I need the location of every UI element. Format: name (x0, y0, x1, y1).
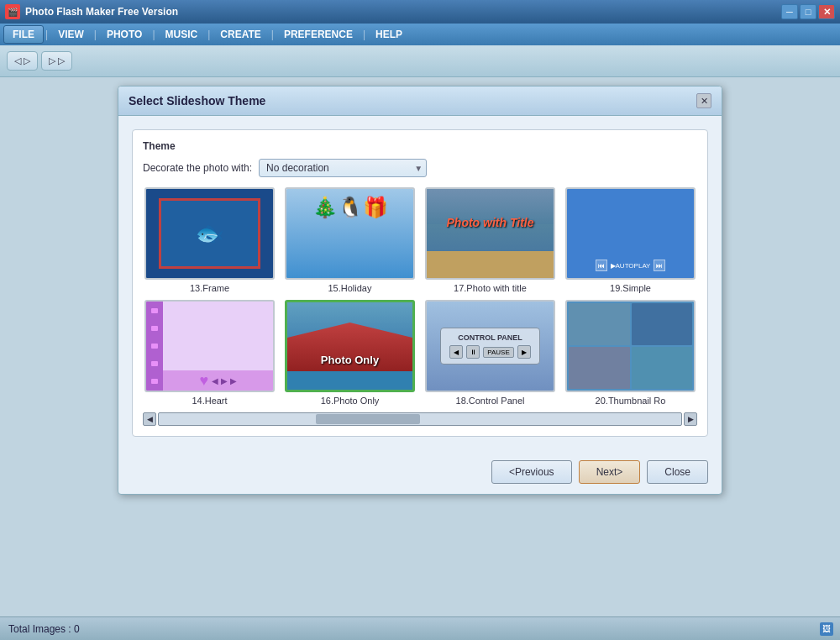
toolbar-btn-1[interactable]: ◁ ▷ (7, 51, 38, 71)
menu-create[interactable]: Create (212, 26, 269, 43)
theme-13-item[interactable]: 🐟 13.Frame (143, 187, 276, 293)
window-controls: ─ □ ✕ (781, 4, 835, 19)
theme-20-label: 20.Thumbnail Ro (596, 396, 666, 406)
theme-16-item[interactable]: Photo Only 16.Photo Only (283, 300, 417, 406)
theme-16-label: 16.Photo Only (321, 396, 380, 406)
decorate-label: Decorate the photo with: (143, 162, 252, 174)
next-button[interactable]: Next> (579, 460, 641, 484)
main-content: Select Slideshow Theme ✕ Theme Decorate … (0, 77, 840, 616)
theme-19-item[interactable]: ⏮ ▶AUTOPLAY ⏭ 19.Simple (564, 187, 697, 293)
theme-15-label: 15.Holiday (328, 283, 372, 293)
status-icon: 🖼 (820, 622, 833, 636)
scroll-thumb[interactable] (316, 414, 420, 424)
theme-18-thumbnail: CONTROL PANEL ◀ ⏸ PAUSE ▶ (425, 300, 555, 392)
theme-15-thumbnail: 🎄🐧🎁 (285, 187, 415, 280)
theme-15-item[interactable]: 🎄🐧🎁 15.Holiday (283, 187, 417, 293)
close-window-button[interactable]: ✕ (818, 4, 835, 19)
select-theme-dialog: Select Slideshow Theme ✕ Theme Decorate … (118, 86, 722, 495)
theme-20-thumbnail (565, 300, 696, 392)
theme-19-label: 19.Simple (610, 283, 651, 293)
close-dialog-button[interactable]: Close (647, 460, 708, 484)
scroll-left-button[interactable]: ◀ (143, 412, 156, 426)
theme-19-thumbnail: ⏮ ▶AUTOPLAY ⏭ (565, 187, 696, 280)
decoration-dropdown[interactable]: No decoration ▼ (259, 159, 427, 177)
dialog-footer: <Previous Next> Close (118, 450, 722, 494)
theme-16-thumbnail: Photo Only (285, 300, 415, 392)
app-title: Photo Flash Maker Free Version (25, 6, 781, 18)
theme-14-item[interactable]: ♥ ◀ ▶ ▶ 14.Heart (143, 300, 276, 406)
theme-17-thumbnail: Photo with Title (425, 187, 555, 280)
theme-18-item[interactable]: CONTROL PANEL ◀ ⏸ PAUSE ▶ (423, 300, 557, 406)
menu-help[interactable]: Help (367, 26, 411, 43)
status-bar: Total Images : 0 🖼 (0, 616, 840, 640)
toolbar: ◁ ▷ ▷ ▷ (0, 45, 840, 77)
menu-file[interactable]: File (3, 25, 44, 44)
app-icon: 🎬 (5, 4, 20, 19)
theme-section-label: Theme (143, 140, 697, 152)
dropdown-arrow-icon: ▼ (414, 164, 423, 173)
theme-20-item[interactable]: 20.Thumbnail Ro (564, 300, 697, 406)
dialog-content: Theme Decorate the photo with: No decora… (118, 116, 722, 450)
dialog-title: Select Slideshow Theme (129, 94, 265, 108)
theme-17-label: 17.Photo with title (454, 283, 527, 293)
maximize-button[interactable]: □ (800, 4, 816, 19)
theme-13-thumbnail: 🐟 (144, 187, 275, 280)
theme-14-thumbnail: ♥ ◀ ▶ ▶ (144, 300, 275, 392)
menu-music[interactable]: Music (157, 26, 207, 43)
minimize-button[interactable]: ─ (781, 4, 798, 19)
menu-photo[interactable]: Photo (98, 26, 150, 43)
thumbnails-grid: 🐟 13.Frame 🎄🐧🎁 15.Hol (143, 187, 697, 406)
menu-preference[interactable]: Preference (276, 26, 361, 43)
theme-17-item[interactable]: Photo with Title 17.Photo with title (423, 187, 557, 293)
status-text: Total Images : 0 (8, 623, 80, 635)
toolbar-btn-2[interactable]: ▷ ▷ (41, 51, 72, 71)
menu-bar: File | View | Photo | Music | Create | P… (0, 24, 840, 45)
menu-view[interactable]: View (50, 26, 92, 43)
theme-14-label: 14.Heart (192, 396, 227, 406)
scroll-area: ◀ ▶ (143, 412, 697, 426)
title-bar: 🎬 Photo Flash Maker Free Version ─ □ ✕ (0, 0, 840, 24)
theme-18-label: 18.Control Panel (456, 396, 525, 406)
theme-13-label: 13.Frame (190, 283, 229, 293)
previous-button[interactable]: <Previous (491, 460, 572, 484)
scroll-track[interactable] (158, 412, 682, 426)
scroll-right-button[interactable]: ▶ (684, 412, 697, 426)
decorate-row: Decorate the photo with: No decoration ▼ (143, 159, 697, 177)
theme-section: Theme Decorate the photo with: No decora… (132, 129, 708, 437)
dialog-title-bar: Select Slideshow Theme ✕ (118, 87, 722, 116)
dialog-close-button[interactable]: ✕ (696, 93, 711, 108)
